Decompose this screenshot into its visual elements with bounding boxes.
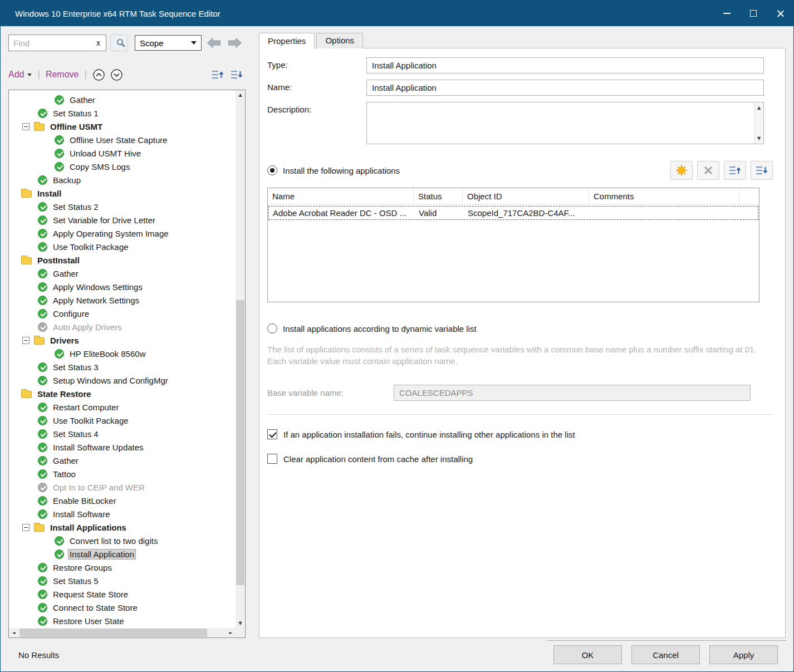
step-success-icon (55, 95, 64, 105)
tree-item-drivers[interactable]: Drivers (9, 333, 236, 347)
close-button[interactable] (767, 1, 793, 26)
tab-properties[interactable]: Properties (259, 33, 315, 49)
tree-horizontal-scrollbar[interactable]: ◄ ► (9, 628, 236, 637)
scroll-right-icon[interactable]: ► (226, 628, 236, 637)
ok-button[interactable]: OK (553, 645, 622, 664)
tree-item-restore-user-state[interactable]: Restore User State (9, 614, 236, 627)
tree-item-configure[interactable]: Configure (9, 307, 236, 320)
tree-item-auto-apply-drivers[interactable]: Auto Apply Drivers (9, 320, 236, 333)
tree-item-use-toolkit-package[interactable]: Use Toolkit Package (9, 414, 236, 427)
scroll-down-icon[interactable]: ▼ (754, 134, 763, 143)
step-success-icon (55, 162, 64, 171)
tree-item-unload-usmt-hive[interactable]: Unload USMT Hive (9, 146, 236, 160)
step-success-icon (38, 496, 47, 506)
tree-item-gather[interactable]: Gather (9, 93, 236, 106)
tree-item-request-state-store[interactable]: Request State Store (9, 587, 236, 601)
tree-item-set-status-2[interactable]: Set Status 2 (9, 200, 236, 213)
add-dropdown-caret-icon (27, 73, 32, 76)
tree-item-gather[interactable]: Gather (9, 454, 236, 467)
tree-item-restore-groups[interactable]: Restore Groups (9, 561, 236, 574)
tree-item-copy-sms-logs[interactable]: Copy SMS Logs (9, 160, 236, 173)
install-dynamic-radio[interactable] (267, 323, 277, 333)
scrollbar-corner (236, 628, 245, 637)
find-input[interactable] (13, 38, 95, 48)
tree-item-use-toolkit-package[interactable]: Use Toolkit Package (9, 240, 236, 253)
tree-item-label: Restore Groups (51, 562, 114, 573)
application-move-down-button[interactable] (751, 161, 773, 180)
column-header-status[interactable]: Status (414, 188, 463, 204)
collapse-expander-icon[interactable] (22, 524, 30, 531)
cancel-button[interactable]: Cancel (631, 645, 700, 664)
tree-item-offline-usmt[interactable]: Offline USMT (9, 120, 236, 133)
checked-checkbox[interactable] (267, 429, 277, 439)
move-down-button[interactable] (230, 68, 243, 81)
tree-item-setup-windows-and-configmgr[interactable]: Setup Windows and ConfigMgr (9, 374, 236, 387)
description-field[interactable]: ▲ ▼ (366, 102, 764, 144)
tree-item-restart-computer[interactable]: Restart Computer (9, 400, 236, 414)
tree-item-install-applications[interactable]: Install Applications (9, 521, 236, 534)
vertical-scroll-thumb[interactable] (236, 300, 244, 585)
tree-item-enable-bitlocker[interactable]: Enable BitLocker (9, 494, 236, 507)
tree-item-install[interactable]: Install (9, 187, 236, 200)
scroll-up-icon[interactable]: ▲ (754, 103, 763, 112)
tree-item-label: Backup (51, 175, 82, 185)
scroll-down-icon[interactable]: ▼ (236, 619, 245, 628)
horizontal-scroll-track[interactable] (18, 628, 226, 637)
new-application-button[interactable] (670, 161, 693, 180)
tree-item-label: Set Status 4 (51, 429, 100, 439)
tree-item-convert-list-to-two-digits[interactable]: Convert list to two digits (9, 534, 236, 547)
tree-item-install-application[interactable]: Install Application (9, 547, 236, 561)
unchecked-checkbox[interactable] (267, 454, 277, 464)
tree-item-backup[interactable]: Backup (9, 173, 236, 187)
collapse-expander-icon[interactable] (22, 123, 30, 130)
tree-item-opt-in-to-ceip-and-wer[interactable]: Opt In to CEIP and WER (9, 480, 236, 494)
column-header-name[interactable]: Name (268, 188, 414, 204)
column-header-comments[interactable]: Comments (589, 188, 739, 204)
scope-dropdown[interactable]: Scope (135, 35, 202, 51)
column-header-object-id[interactable]: Object ID (463, 188, 589, 204)
horizontal-scroll-thumb[interactable] (19, 629, 207, 637)
tree-item-hp-elitebook-8560w[interactable]: HP EliteBook 8560w (9, 347, 236, 360)
apply-button[interactable]: Apply (709, 645, 778, 664)
tree-item-set-status-5[interactable]: Set Status 5 (9, 574, 236, 587)
remove-button[interactable]: Remove (46, 70, 79, 80)
tree-item-gather[interactable]: Gather (9, 267, 236, 280)
tree-item-apply-windows-settings[interactable]: Apply Windows Settings (9, 280, 236, 293)
move-up-button[interactable] (211, 68, 224, 81)
tree-item-apply-operating-system-image[interactable]: Apply Operating System Image (9, 227, 236, 240)
step-success-icon (38, 469, 47, 479)
tree-item-set-variable-for-drive-letter[interactable]: Set Variable for Drive Letter (9, 213, 236, 227)
tree-item-apply-network-settings[interactable]: Apply Network Settings (9, 293, 236, 307)
find-next-button[interactable] (226, 35, 244, 51)
application-row[interactable]: Adobe Acrobat Reader DC - OSD ...ValidSc… (268, 206, 758, 220)
checkbox-area: If an application installation fails, co… (267, 429, 773, 464)
application-move-up-button[interactable] (724, 161, 746, 180)
clear-find-button[interactable]: x (95, 38, 101, 47)
tree-item-postinstall[interactable]: PostInstall (9, 253, 236, 267)
minimize-button[interactable] (713, 1, 740, 26)
tree-item-connect-to-state-store[interactable]: Connect to State Store (9, 601, 236, 614)
tree-vertical-scrollbar[interactable]: ▲ ▼ (236, 90, 245, 628)
find-previous-button[interactable] (205, 35, 223, 51)
collapse-all-button[interactable] (92, 68, 106, 81)
scroll-left-icon[interactable]: ◄ (9, 628, 18, 637)
step-success-icon (38, 603, 47, 612)
description-scrollbar[interactable]: ▲ ▼ (754, 103, 763, 143)
tree-item-state-restore[interactable]: State Restore (9, 387, 236, 400)
search-button[interactable] (110, 35, 128, 51)
add-button[interactable]: Add (8, 70, 32, 80)
tree-item-install-software[interactable]: Install Software (9, 507, 236, 521)
expand-all-button[interactable] (110, 68, 124, 81)
tree-item-install-software-updates[interactable]: Install Software Updates (9, 440, 236, 454)
maximize-button[interactable] (740, 1, 767, 26)
tree-item-set-status-3[interactable]: Set Status 3 (9, 360, 236, 374)
install-following-radio[interactable] (267, 165, 277, 175)
name-field[interactable] (366, 80, 764, 96)
collapse-expander-icon[interactable] (22, 337, 30, 344)
scroll-up-icon[interactable]: ▲ (236, 90, 245, 100)
tree-item-set-status-1[interactable]: Set Status 1 (9, 106, 236, 120)
tree-item-tattoo[interactable]: Tattoo (9, 467, 236, 480)
tab-options[interactable]: Options (316, 33, 363, 48)
tree-item-set-status-4[interactable]: Set Status 4 (9, 427, 236, 440)
tree-item-offline-user-state-capture[interactable]: Offline User State Capture (9, 133, 236, 146)
